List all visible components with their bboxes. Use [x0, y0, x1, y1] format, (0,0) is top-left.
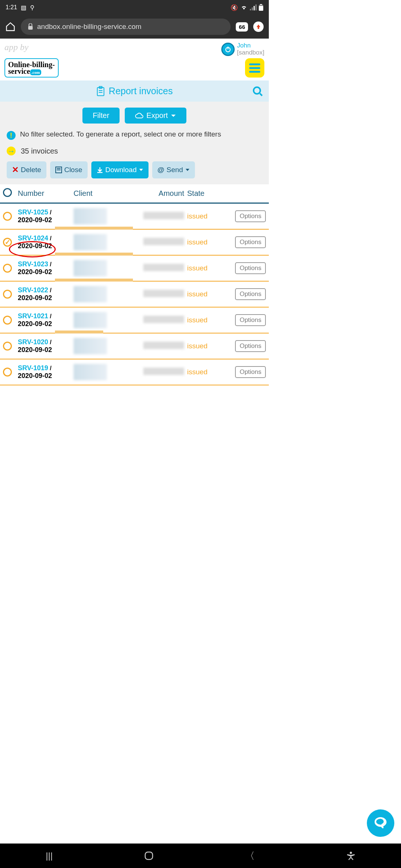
svg-rect-10 [97, 88, 104, 96]
table-row[interactable]: SRV-1022 / 2020-09-02 issued Options [0, 282, 269, 308]
archive-icon [55, 167, 62, 173]
invoice-number[interactable]: SRV-1021 [18, 312, 48, 320]
state-value: issued [187, 238, 208, 246]
invoice-number[interactable]: SRV-1025 [18, 208, 48, 216]
col-state[interactable]: State [187, 189, 221, 198]
table-row[interactable]: SRV-1019 / 2020-09-02 issued Options [0, 359, 269, 385]
amount-value [143, 368, 184, 375]
chevron-down-icon [171, 114, 176, 118]
svg-rect-0 [250, 9, 251, 10]
table-row[interactable]: SRV-1021 / 2020-09-02 issued Options [0, 308, 269, 333]
table-row[interactable]: SRV-1025 / 2020-09-02 issued Options [0, 204, 269, 230]
state-value: issued [187, 316, 208, 324]
row-checkbox[interactable] [3, 368, 12, 377]
menu-button[interactable] [245, 58, 264, 78]
client-name [74, 234, 107, 250]
amount-value [143, 342, 184, 349]
logo[interactable]: Online-billing- service.com [4, 58, 59, 78]
chevron-down-icon [139, 168, 143, 171]
col-client[interactable]: Client [74, 189, 131, 198]
filter-button[interactable]: Filter [82, 108, 120, 124]
invoice-number[interactable]: SRV-1020 [18, 338, 48, 346]
url-bar[interactable]: andbox.online-billing-service.com [21, 19, 231, 35]
count-row: → 35 invoices [7, 147, 262, 155]
invoice-number[interactable]: SRV-1019 [18, 364, 48, 372]
client-name [74, 312, 107, 328]
battery-icon [259, 4, 263, 11]
invoice-date: 2020-09-02 [18, 268, 52, 276]
app-by-label: app by [4, 42, 29, 52]
at-icon: @ [157, 166, 164, 174]
mute-icon: 🔇 [231, 4, 238, 11]
options-button[interactable]: Options [235, 340, 266, 352]
notif-icon: ⚲ [30, 4, 35, 11]
lock-icon [27, 23, 33, 30]
svg-rect-1 [252, 7, 253, 10]
svg-rect-3 [255, 4, 257, 10]
row-checkbox[interactable] [3, 342, 12, 351]
search-icon[interactable] [252, 86, 263, 96]
progress-bar [55, 331, 103, 333]
invoice-date: 2020-09-02 [18, 346, 52, 354]
wifi-icon [240, 4, 248, 10]
update-icon[interactable] [253, 22, 264, 32]
close-button[interactable]: Close [50, 161, 88, 178]
export-button[interactable]: Export [125, 108, 186, 124]
options-button[interactable]: Options [235, 288, 266, 300]
options-button[interactable]: Options [235, 236, 266, 248]
content-area: Filter Export ! No filter selected. To g… [0, 102, 269, 184]
send-button[interactable]: @ Send [152, 161, 195, 178]
state-value: issued [187, 290, 208, 298]
invoice-date: 2020-09-02 [18, 242, 52, 250]
amount-value [143, 238, 184, 245]
image-icon: ▧ [21, 4, 26, 11]
user-badge[interactable]: John [sandbox] [221, 42, 264, 56]
options-button[interactable]: Options [235, 210, 266, 222]
table-row[interactable]: SRV-1020 / 2020-09-02 issued Options [0, 333, 269, 359]
client-name [74, 208, 107, 224]
user-env: [sandbox] [237, 49, 264, 56]
progress-bar [55, 253, 133, 256]
app-header: app by John [sandbox] Online-billing- se… [0, 39, 269, 78]
svg-rect-7 [28, 26, 33, 30]
invoice-number[interactable]: SRV-1023 [18, 260, 48, 268]
options-button[interactable]: Options [235, 314, 266, 326]
table-row[interactable]: SRV-1023 / 2020-09-02 issued Options [0, 256, 269, 282]
svg-line-15 [260, 93, 262, 96]
row-checkbox[interactable] [3, 290, 12, 299]
tab-count[interactable]: 66 [236, 22, 248, 32]
invoice-number[interactable]: SRV-1022 [18, 286, 48, 294]
options-button[interactable]: Options [235, 262, 266, 274]
table-header: Number Client Amount State [0, 184, 269, 204]
col-amount[interactable]: Amount [131, 189, 187, 198]
x-icon: ✕ [12, 165, 19, 175]
status-bar: 1:21 ▧ ⚲ 🔇 [0, 0, 269, 15]
select-all-checkbox[interactable] [3, 188, 12, 197]
amount-value [143, 264, 184, 271]
row-checkbox[interactable] [3, 316, 12, 325]
clipboard-icon [96, 86, 105, 96]
table-body: SRV-1025 / 2020-09-02 issued Options SRV… [0, 204, 269, 385]
col-number[interactable]: Number [18, 189, 74, 198]
invoice-date: 2020-09-02 [18, 320, 52, 328]
row-checkbox[interactable] [3, 238, 12, 247]
svg-point-14 [254, 87, 260, 94]
row-checkbox[interactable] [3, 264, 12, 273]
options-button[interactable]: Options [235, 366, 266, 378]
svg-rect-6 [259, 6, 263, 11]
download-button[interactable]: Download [91, 161, 149, 178]
table-row[interactable]: SRV-1024 / 2020-09-02 issued Options [0, 230, 269, 256]
progress-bar [55, 227, 133, 230]
filter-info: ! No filter selected. To generate a repo… [7, 130, 262, 140]
home-icon[interactable] [5, 22, 16, 32]
power-icon [221, 43, 235, 56]
delete-button[interactable]: ✕ Delete [7, 161, 46, 178]
info-icon: ! [7, 131, 16, 140]
row-checkbox[interactable] [3, 212, 12, 221]
invoice-number[interactable]: SRV-1024 [18, 234, 48, 242]
state-value: issued [187, 342, 208, 350]
amount-value [143, 212, 184, 219]
client-name [74, 338, 107, 354]
chevron-down-icon [185, 168, 190, 171]
svg-rect-2 [254, 6, 255, 10]
